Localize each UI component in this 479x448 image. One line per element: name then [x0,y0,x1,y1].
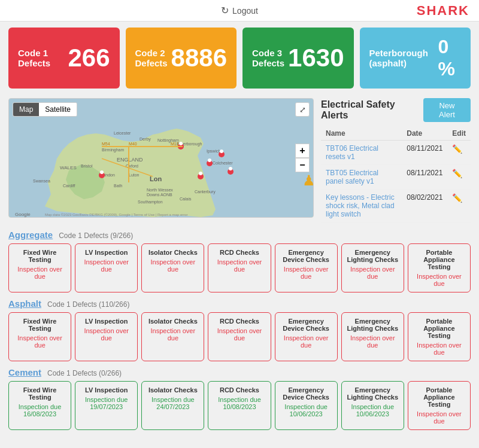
alert-date: 08/11/2021 [402,165,447,190]
inspection-card[interactable]: Emergency Lighting Checks Inspection due… [341,381,404,430]
map-tab-satellite[interactable]: Satellite [39,103,77,116]
inspection-card[interactable]: LV Inspection Inspection due 19/07/2023 [75,381,138,430]
svg-point-27 [220,150,223,153]
insp-card-title: Emergency Lighting Checks [347,386,399,401]
alert-row: TBT05 Electrical panel safety v1 08/11/2… [321,165,471,190]
edit-icon[interactable]: ✏️ [452,169,462,178]
insp-card-title: RCD Checks [213,249,265,256]
insp-card-status: Inspection over due [14,334,66,349]
svg-text:Birmingham: Birmingham [102,148,125,153]
inspection-card[interactable]: Emergency Device Checks Inspection over … [275,243,338,292]
insp-card-status: Inspection over due [280,334,332,349]
code2-label: Code 2 Defects [135,48,171,68]
svg-point-31 [199,172,202,175]
svg-text:Bath: Bath [114,184,123,188]
inspection-card[interactable]: RCD Checks Inspection over due [208,312,271,361]
stat-cards: Code 1 Defects 266 Code 2 Defects 8886 C… [0,22,479,95]
inspection-card[interactable]: Emergency Device Checks Inspection due 1… [275,381,338,430]
site-name[interactable]: Cement [8,367,41,377]
svg-text:WALES: WALES [60,165,77,170]
svg-text:Bristol: Bristol [81,164,93,168]
zoom-out-button[interactable]: − [295,158,310,172]
insp-card-status: Inspection over due [280,266,332,280]
insp-card-status: Inspection over due [413,342,465,356]
insp-card-title: LV Inspection [80,386,132,394]
peterborough-value: 0 % [438,36,461,80]
alert-date: 08/02/2021 [402,190,447,223]
inspection-card[interactable]: Emergency Lighting Checks Inspection ove… [341,312,404,361]
map-expand-button[interactable]: ⤢ [295,102,310,117]
site-section-aggregate: Aggregate Code 1 Defects (9/266) Fixed W… [8,230,471,292]
inspection-card[interactable]: Isolator Checks Inspection due 24/07/202… [141,381,204,430]
svg-text:♟: ♟ [302,172,314,188]
inspection-card[interactable]: Fixed Wire Testing Inspection over due [8,312,71,361]
insp-card-title: Emergency Lighting Checks [347,249,399,263]
inspection-card[interactable]: Portable Appliance Testing Inspection ov… [408,381,471,430]
insp-card-title: Isolator Checks [147,249,199,256]
alert-link[interactable]: TBT06 Electrical resets v1 [326,144,378,161]
insp-card-status: Inspection over due [347,266,399,280]
insp-card-title: Isolator Checks [147,318,199,325]
inspection-card[interactable]: Fixed Wire Testing Inspection over due [8,243,71,292]
alert-link[interactable]: TBT05 Electrical panel safety v1 [326,169,378,185]
site-defects: Code 1 Defects (0/266) [47,369,122,377]
new-alert-button[interactable]: New Alert [423,98,471,122]
svg-text:Ipswich: Ipswich [207,149,220,154]
alerts-header: Electrical Safety Alerts New Alert [321,98,471,122]
svg-text:M11: M11 [171,142,179,146]
svg-text:Swansea: Swansea [33,179,50,183]
insp-card-title: Emergency Device Checks [280,318,332,332]
insp-card-status: Inspection due 19/07/2023 [80,396,132,410]
inspection-card[interactable]: RCD Checks Inspection over due [208,243,271,292]
stat-card-peterborough[interactable]: Peterborough (asphalt) 0 % [360,28,471,89]
insp-card-status: Inspection over due [413,410,465,425]
insp-card-status: Inspection due 10/08/2023 [213,396,265,410]
insp-card-status: Inspection over due [80,327,132,342]
svg-text:Calais: Calais [180,197,192,201]
inspection-card[interactable]: RCD Checks Inspection due 10/08/2023 [208,381,271,430]
svg-text:Derby: Derby [140,137,151,142]
stat-card-code1[interactable]: Code 1 Defects 266 [8,28,120,89]
zoom-in-button[interactable]: + [295,144,310,158]
site-name[interactable]: Aggregate [8,230,53,240]
main-content: Map Satellite ⤢ WALES ENGLAND Swansea Ca… [0,95,479,226]
svg-point-23 [100,170,104,174]
svg-text:Southampton: Southampton [138,200,163,205]
alert-link[interactable]: Key lessons - Electric shock risk, Metal… [326,193,395,218]
site-section-cement: Cement Code 1 Defects (0/266) Fixed Wire… [8,367,471,430]
insp-card-title: Fixed Wire Testing [14,386,66,401]
insp-card-status: Inspection due 16/08/2023 [14,403,66,417]
insp-card-title: Isolator Checks [147,386,199,394]
inspection-card[interactable]: Isolator Checks Inspection over due [141,312,204,361]
insp-card-status: Inspection due 10/06/2023 [347,403,399,417]
inspection-card[interactable]: LV Inspection Inspection over due [75,312,138,361]
map-zoom-controls: + − [295,144,310,172]
insp-card-title: Emergency Device Checks [280,249,332,263]
col-edit: Edit [447,127,471,141]
svg-text:Map data ©2023 GeoBasis-DE/BKG: Map data ©2023 GeoBasis-DE/BKG (©2009), … [45,213,188,217]
inspection-card[interactable]: Emergency Lighting Checks Inspection ove… [341,243,404,292]
insp-card-title: Portable Appliance Testing [413,386,465,408]
inspection-card[interactable]: Fixed Wire Testing Inspection due 16/08/… [8,381,71,430]
inspection-card[interactable]: Emergency Device Checks Inspection over … [275,312,338,361]
insp-card-title: RCD Checks [213,386,265,394]
insp-card-status: Inspection over due [147,327,199,342]
svg-text:M40: M40 [129,142,137,146]
inspection-card[interactable]: LV Inspection Inspection over due [75,243,138,292]
code2-value: 8886 [171,44,227,72]
code1-label: Code 1 Defects [18,48,68,68]
code1-value: 266 [68,44,110,72]
edit-icon[interactable]: ✏️ [452,193,462,203]
inspection-card[interactable]: Portable Appliance Testing Inspection ov… [408,243,471,292]
insp-card-title: Emergency Lighting Checks [347,318,399,332]
inspection-card[interactable]: Portable Appliance Testing Inspection ov… [408,312,471,361]
site-name[interactable]: Asphalt [8,298,41,309]
edit-icon[interactable]: ✏️ [452,144,462,154]
inspection-card[interactable]: Isolator Checks Inspection over due [141,243,204,292]
stat-card-code2[interactable]: Code 2 Defects 8886 [126,28,237,89]
site-header: Cement Code 1 Defects (0/266) [8,367,471,377]
map-tab-map[interactable]: Map [13,103,39,116]
logout-button[interactable]: ↻ Logout [221,5,258,16]
stat-card-code3[interactable]: Code 3 Defects 1630 [242,28,354,89]
alerts-panel: Electrical Safety Alerts New Alert Name … [321,98,471,223]
